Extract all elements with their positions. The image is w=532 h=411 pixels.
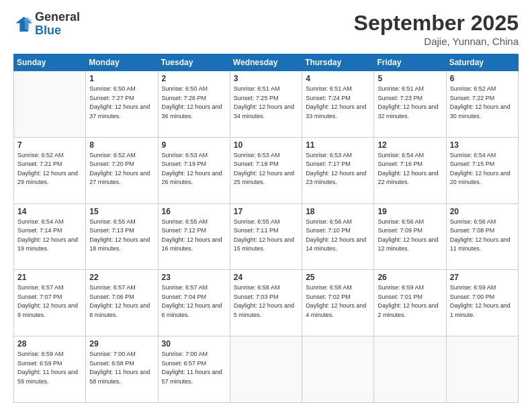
day-info: Sunrise: 6:56 AMSunset: 7:10 PMDaylight:… xyxy=(306,218,370,254)
calendar-day-cell: 27Sunrise: 6:59 AMSunset: 7:00 PMDayligh… xyxy=(446,270,518,336)
day-number: 13 xyxy=(450,140,515,150)
calendar-week-row: 7Sunrise: 6:52 AMSunset: 7:21 PMDaylight… xyxy=(14,137,519,203)
calendar-header-row: SundayMondayTuesdayWednesdayThursdayFrid… xyxy=(14,54,519,71)
header: General Blue September 2025 Dajie, Yunna… xyxy=(13,11,519,47)
day-info: Sunrise: 7:00 AMSunset: 6:57 PMDaylight:… xyxy=(162,350,226,386)
calendar-day-cell: 30Sunrise: 7:00 AMSunset: 6:57 PMDayligh… xyxy=(158,336,230,403)
day-number: 30 xyxy=(162,339,226,349)
logo-general: General xyxy=(35,10,80,24)
title-area: September 2025 Dajie, Yunnan, China xyxy=(354,11,519,47)
day-number: 18 xyxy=(306,207,370,216)
calendar-day-cell: 6Sunrise: 6:52 AMSunset: 7:22 PMDaylight… xyxy=(446,71,518,138)
day-number: 26 xyxy=(378,273,442,282)
calendar-day-cell: 5Sunrise: 6:51 AMSunset: 7:23 PMDaylight… xyxy=(374,71,446,138)
day-number: 11 xyxy=(306,140,370,150)
day-info: Sunrise: 6:57 AMSunset: 7:07 PMDaylight:… xyxy=(17,283,82,320)
calendar-day-cell: 12Sunrise: 6:54 AMSunset: 7:16 PMDayligh… xyxy=(374,137,446,203)
day-info: Sunrise: 6:59 AMSunset: 7:00 PMDaylight:… xyxy=(450,283,515,320)
calendar-day-cell xyxy=(446,336,518,403)
calendar-day-cell: 9Sunrise: 6:53 AMSunset: 7:19 PMDaylight… xyxy=(158,137,230,203)
calendar-day-cell: 25Sunrise: 6:58 AMSunset: 7:02 PMDayligh… xyxy=(302,270,374,336)
day-info: Sunrise: 6:50 AMSunset: 7:26 PMDaylight:… xyxy=(162,85,226,121)
day-info: Sunrise: 6:54 AMSunset: 7:14 PMDaylight:… xyxy=(17,218,82,254)
calendar-day-cell xyxy=(14,71,86,138)
day-number: 7 xyxy=(17,140,82,150)
day-number: 19 xyxy=(378,207,442,216)
day-info: Sunrise: 6:58 AMSunset: 7:03 PMDaylight:… xyxy=(234,283,298,320)
day-info: Sunrise: 6:55 AMSunset: 7:12 PMDaylight:… xyxy=(162,218,226,254)
calendar-day-cell: 4Sunrise: 6:51 AMSunset: 7:24 PMDaylight… xyxy=(302,71,374,138)
day-number: 3 xyxy=(234,74,298,83)
day-info: Sunrise: 6:54 AMSunset: 7:16 PMDaylight:… xyxy=(378,151,442,187)
day-number: 9 xyxy=(162,140,226,150)
day-info: Sunrise: 6:57 AMSunset: 7:04 PMDaylight:… xyxy=(162,283,226,320)
day-info: Sunrise: 6:50 AMSunset: 7:27 PMDaylight:… xyxy=(89,85,154,121)
calendar-day-cell xyxy=(374,336,446,403)
day-info: Sunrise: 6:55 AMSunset: 7:11 PMDaylight:… xyxy=(234,218,298,254)
calendar-day-cell: 19Sunrise: 6:56 AMSunset: 7:09 PMDayligh… xyxy=(374,203,446,270)
calendar-day-cell: 11Sunrise: 6:53 AMSunset: 7:17 PMDayligh… xyxy=(302,137,374,203)
day-number: 8 xyxy=(89,140,154,150)
calendar-day-cell: 18Sunrise: 6:56 AMSunset: 7:10 PMDayligh… xyxy=(302,203,374,270)
day-of-week-header: Monday xyxy=(86,54,158,71)
calendar-day-cell: 28Sunrise: 6:59 AMSunset: 6:59 PMDayligh… xyxy=(14,336,86,403)
calendar-day-cell: 2Sunrise: 6:50 AMSunset: 7:26 PMDaylight… xyxy=(158,71,230,138)
calendar-day-cell: 17Sunrise: 6:55 AMSunset: 7:11 PMDayligh… xyxy=(230,203,302,270)
calendar-day-cell xyxy=(230,336,302,403)
calendar-week-row: 1Sunrise: 6:50 AMSunset: 7:27 PMDaylight… xyxy=(14,71,519,138)
calendar-week-row: 21Sunrise: 6:57 AMSunset: 7:07 PMDayligh… xyxy=(14,270,519,336)
day-number: 6 xyxy=(450,74,515,83)
calendar-day-cell: 23Sunrise: 6:57 AMSunset: 7:04 PMDayligh… xyxy=(158,270,230,336)
day-of-week-header: Friday xyxy=(374,54,446,71)
day-info: Sunrise: 6:52 AMSunset: 7:21 PMDaylight:… xyxy=(17,151,82,187)
calendar-day-cell: 15Sunrise: 6:55 AMSunset: 7:13 PMDayligh… xyxy=(86,203,158,270)
day-info: Sunrise: 6:53 AMSunset: 7:17 PMDaylight:… xyxy=(306,151,370,187)
day-info: Sunrise: 6:52 AMSunset: 7:22 PMDaylight:… xyxy=(450,85,515,121)
day-number: 24 xyxy=(234,273,298,282)
calendar-day-cell: 7Sunrise: 6:52 AMSunset: 7:21 PMDaylight… xyxy=(14,137,86,203)
calendar-week-row: 14Sunrise: 6:54 AMSunset: 7:14 PMDayligh… xyxy=(14,203,519,270)
day-info: Sunrise: 6:54 AMSunset: 7:15 PMDaylight:… xyxy=(450,151,515,187)
day-number: 4 xyxy=(306,74,370,83)
day-info: Sunrise: 6:53 AMSunset: 7:19 PMDaylight:… xyxy=(162,151,226,187)
calendar-day-cell: 8Sunrise: 6:52 AMSunset: 7:20 PMDaylight… xyxy=(86,137,158,203)
day-number: 20 xyxy=(450,207,515,216)
logo-blue: Blue xyxy=(35,24,61,37)
location: Dajie, Yunnan, China xyxy=(354,36,519,47)
day-info: Sunrise: 6:51 AMSunset: 7:23 PMDaylight:… xyxy=(378,85,442,121)
day-number: 14 xyxy=(17,207,82,216)
calendar-day-cell: 29Sunrise: 7:00 AMSunset: 6:58 PMDayligh… xyxy=(86,336,158,403)
day-info: Sunrise: 6:57 AMSunset: 7:06 PMDaylight:… xyxy=(89,283,154,320)
day-of-week-header: Tuesday xyxy=(158,54,230,71)
day-number: 15 xyxy=(89,207,154,216)
logo: General Blue xyxy=(13,11,80,38)
day-info: Sunrise: 7:00 AMSunset: 6:58 PMDaylight:… xyxy=(89,350,154,386)
day-info: Sunrise: 6:52 AMSunset: 7:20 PMDaylight:… xyxy=(89,151,154,187)
logo-text: General Blue xyxy=(35,11,80,38)
day-of-week-header: Wednesday xyxy=(230,54,302,71)
calendar-table: SundayMondayTuesdayWednesdayThursdayFrid… xyxy=(13,54,519,403)
day-number: 5 xyxy=(378,74,442,83)
day-number: 16 xyxy=(162,207,226,216)
day-info: Sunrise: 6:56 AMSunset: 7:09 PMDaylight:… xyxy=(378,218,442,254)
day-number: 27 xyxy=(450,273,515,282)
day-of-week-header: Saturday xyxy=(446,54,518,71)
day-number: 12 xyxy=(378,140,442,150)
day-info: Sunrise: 6:58 AMSunset: 7:02 PMDaylight:… xyxy=(306,283,370,320)
calendar-day-cell: 21Sunrise: 6:57 AMSunset: 7:07 PMDayligh… xyxy=(14,270,86,336)
calendar-day-cell: 24Sunrise: 6:58 AMSunset: 7:03 PMDayligh… xyxy=(230,270,302,336)
calendar-week-row: 28Sunrise: 6:59 AMSunset: 6:59 PMDayligh… xyxy=(14,336,519,403)
day-of-week-header: Sunday xyxy=(14,54,86,71)
day-number: 10 xyxy=(234,140,298,150)
page: General Blue September 2025 Dajie, Yunna… xyxy=(0,0,532,411)
day-info: Sunrise: 6:51 AMSunset: 7:25 PMDaylight:… xyxy=(234,85,298,121)
day-number: 23 xyxy=(162,273,226,282)
day-info: Sunrise: 6:59 AMSunset: 6:59 PMDaylight:… xyxy=(17,350,82,386)
day-number: 28 xyxy=(17,339,82,349)
month-title: September 2025 xyxy=(354,11,519,36)
day-number: 21 xyxy=(17,273,82,282)
day-info: Sunrise: 6:59 AMSunset: 7:01 PMDaylight:… xyxy=(378,283,442,320)
calendar-day-cell: 22Sunrise: 6:57 AMSunset: 7:06 PMDayligh… xyxy=(86,270,158,336)
day-of-week-header: Thursday xyxy=(302,54,374,71)
day-number: 25 xyxy=(306,273,370,282)
